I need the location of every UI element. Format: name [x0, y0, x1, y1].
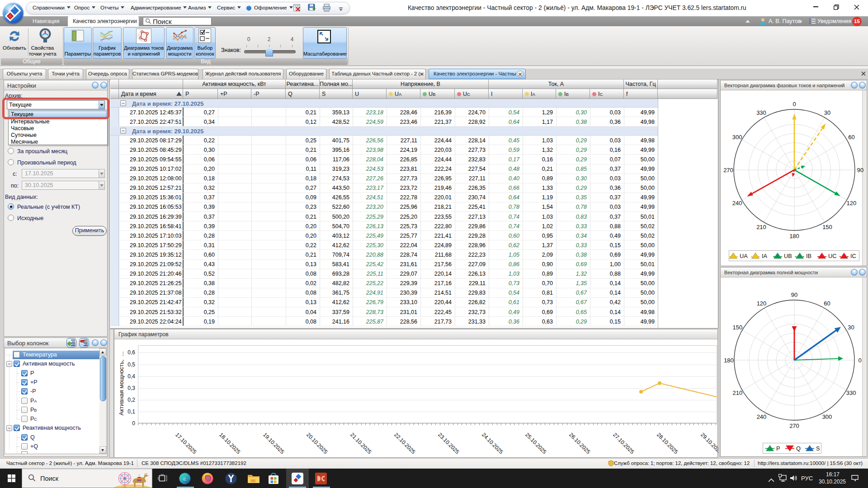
svg-text:210: 210 — [756, 224, 766, 230]
svg-text:90: 90 — [857, 167, 863, 174]
svg-text:0: 0 — [858, 357, 861, 364]
svg-text:60: 60 — [848, 134, 854, 141]
svg-text:270: 270 — [723, 167, 733, 174]
svg-text:150: 150 — [822, 224, 832, 230]
svg-text:120: 120 — [847, 200, 857, 206]
svg-text:330: 330 — [846, 389, 856, 396]
svg-text:0: 0 — [793, 101, 796, 108]
svg-text:210: 210 — [733, 389, 743, 396]
svg-text:270: 270 — [789, 422, 799, 429]
svg-text:300: 300 — [732, 134, 742, 141]
svg-text:330: 330 — [756, 109, 766, 116]
svg-text:150: 150 — [733, 324, 743, 331]
svg-text:240: 240 — [757, 413, 767, 420]
svg-text:240: 240 — [732, 200, 742, 206]
svg-text:30: 30 — [848, 324, 854, 331]
svg-text:60: 60 — [824, 300, 830, 307]
svg-text:180: 180 — [789, 233, 799, 239]
svg-text:180: 180 — [724, 357, 734, 364]
svg-text:120: 120 — [757, 300, 767, 307]
svg-text:30: 30 — [824, 109, 830, 116]
svg-text:90: 90 — [791, 291, 797, 298]
svg-text:300: 300 — [822, 413, 832, 420]
